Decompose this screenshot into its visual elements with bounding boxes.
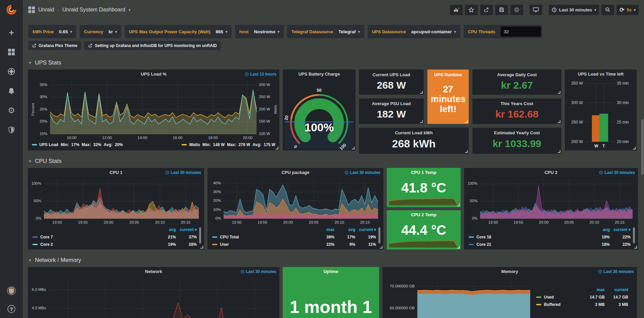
- variable-telegraf-datasource[interactable]: Telegraf Datasource Telegraf▾: [287, 25, 364, 38]
- refresh-button[interactable]: ⟳ 5s ▾: [616, 5, 639, 15]
- legend-series-name[interactable]: Core 2: [33, 242, 155, 247]
- stat-value: 268 W: [359, 78, 424, 95]
- breadcrumb-page[interactable]: Unraid System Dashboard: [62, 7, 125, 13]
- memory-graph[interactable]: 70.000000 GB60.000000 GB50.000000 GB: [384, 276, 535, 318]
- legend-scrollbar-thumb[interactable]: [199, 227, 201, 243]
- section-header-ups-stats[interactable]: ▼ UPS Stats: [23, 50, 644, 66]
- page-scrollbar-thumb[interactable]: [641, 119, 644, 175]
- panel-title[interactable]: UPS Load %: [28, 70, 279, 79]
- network-graph[interactable]: 6.0 MBs4.0 MBs2.0 MBs: [29, 276, 278, 318]
- y-axis-tick-label: 6.0 MBs: [29, 287, 46, 291]
- cpu1-graph[interactable]: 100%50%0%19:5019:5520:0020:0520:1020:15: [29, 177, 203, 226]
- chevron-down-icon: ▾: [226, 30, 227, 34]
- explore-compass-icon[interactable]: [7, 67, 16, 76]
- legend-sort-column[interactable]: avg: [589, 227, 610, 232]
- legend-scrollbar-thumb[interactable]: [633, 227, 635, 243]
- y-axis-right-tick-label: 300 W: [259, 83, 270, 87]
- panel-this-years-cost: This Years Cost kr 162.68: [472, 98, 561, 124]
- legend-value: 11%: [355, 242, 376, 247]
- panel-title[interactable]: Average Daily Cost: [472, 70, 561, 78]
- panel-title[interactable]: Estimated Yearly Cost: [472, 128, 561, 136]
- configuration-gear-icon[interactable]: ⚙: [7, 106, 16, 115]
- panel-estimated-yearly-cost: Estimated Yearly Cost kr 1033.99: [472, 128, 561, 154]
- dashboards-icon[interactable]: [7, 48, 16, 56]
- zoom-out-time-button[interactable]: [601, 5, 614, 15]
- panel-title[interactable]: Current UPS Load: [359, 70, 424, 78]
- link-grafana-plex-theme[interactable]: Grafana Plex Theme: [28, 41, 81, 50]
- panel-title[interactable]: This Years Cost: [472, 98, 561, 106]
- y-axis-tick-label: 30%: [209, 190, 221, 194]
- variable-ups-datasource[interactable]: UPS Datasource apcupsd-container▾: [368, 25, 460, 38]
- refresh-interval-label[interactable]: 5s: [627, 7, 632, 12]
- legend-sort-column[interactable]: avg: [334, 227, 355, 232]
- cpu2-legend: avgcurrent ▾Core 1818%22%Core 2118%22%: [464, 226, 638, 249]
- variable-host[interactable]: host Nostromo▾: [235, 25, 284, 38]
- panel-title[interactable]: Uptime: [283, 267, 379, 276]
- panel-title[interactable]: Average PSU Load: [359, 98, 424, 106]
- x-axis-tick-label: 19:55: [514, 220, 523, 224]
- legend-series-name[interactable]: Core 7: [33, 235, 155, 239]
- variable-ups-max-output[interactable]: UPS Max Output Power Capacity (Watt) 865…: [125, 25, 232, 38]
- x-axis-tick-label: 19:55: [78, 220, 88, 224]
- y-axis-tick-label: 30%: [29, 95, 47, 99]
- legend-series-name[interactable]: User: [212, 242, 314, 247]
- alerting-bell-icon[interactable]: [7, 87, 16, 95]
- panel-ups-runtime: UPS Runtime 27 minutes left!: [427, 70, 469, 124]
- legend-sort-column[interactable]: max: [314, 227, 334, 232]
- cpu-threads-input[interactable]: [501, 27, 541, 37]
- cycle-view-monitor-button[interactable]: [530, 5, 542, 15]
- variable-kwh-price[interactable]: kWh Price 0.65▾: [28, 25, 76, 38]
- panel-title[interactable]: UPS Runtime: [427, 70, 469, 78]
- legend-swatch: [469, 236, 474, 238]
- panel-title[interactable]: CPU 1 Temp: [387, 168, 461, 177]
- battery-gauge: 02050100100%: [284, 79, 354, 150]
- user-avatar[interactable]: [7, 286, 16, 295]
- legend-series-name[interactable]: UPS Load: [39, 142, 58, 147]
- legend-value: 14.7 GB: [605, 295, 628, 300]
- star-dashboard-button[interactable]: [465, 5, 478, 15]
- legend-sort-column[interactable]: current ▾: [610, 227, 631, 232]
- dashboard-settings-button[interactable]: ⚙: [510, 5, 523, 15]
- panel-title[interactable]: UPS Battery Charge: [283, 70, 356, 79]
- legend-value: 3 MB: [581, 302, 605, 307]
- legend-sort-column[interactable]: current ▾: [355, 227, 376, 232]
- section-header-network-memory[interactable]: ▼ Network / Memory: [23, 249, 644, 264]
- save-dashboard-button[interactable]: [495, 5, 508, 15]
- legend-series-name[interactable]: Used: [536, 295, 581, 300]
- add-panel-icon[interactable]: +: [7, 28, 16, 37]
- time-override-label: Last 30 minutes: [599, 170, 635, 175]
- panel-title[interactable]: UPS Load vs Time left: [565, 70, 637, 79]
- legend-series-name[interactable]: Watts: [189, 142, 200, 147]
- variable-cpu-threads: CPU Threads: [464, 25, 543, 38]
- link-grafana-influxdb-guide[interactable]: Setting up Grafana and InfluxDB for UPS …: [84, 41, 220, 50]
- legend-scrollbar-thumb[interactable]: [378, 227, 380, 243]
- variable-currency[interactable]: Currency kr▾: [80, 25, 121, 38]
- legend-sort-column[interactable]: current ▾: [176, 227, 197, 232]
- legend-sort-column[interactable]: avg: [155, 227, 176, 232]
- add-panel-button[interactable]: +: [450, 5, 463, 15]
- svg-text:?: ?: [10, 307, 12, 312]
- x-axis-tick-label: 10:00: [67, 136, 77, 140]
- breadcrumb-app[interactable]: Unraid: [38, 7, 54, 13]
- panel-title[interactable]: Current Load kWh: [359, 128, 469, 136]
- server-admin-shield-icon[interactable]: [7, 126, 16, 134]
- cpu-package-graph[interactable]: 40%30%20%10%0%19:5019:5520:0020:0520:102…: [209, 177, 382, 226]
- x-axis-tick-label: 20:00: [283, 220, 293, 224]
- legend-value: 21%: [155, 235, 176, 239]
- share-dashboard-button[interactable]: [480, 5, 493, 15]
- legend-series-name[interactable]: Buffered: [536, 302, 581, 307]
- breadcrumb-caret-icon[interactable]: ▾: [129, 8, 130, 12]
- panel-title[interactable]: CPU 2 Temp: [387, 210, 461, 219]
- stat-value: 1 month 1: [283, 297, 379, 317]
- time-range-picker[interactable]: Last 30 minutes ▾: [549, 5, 599, 15]
- panel-memory: Memory Last 30 minutes 70.000000 GB60.00…: [382, 267, 637, 318]
- cpu2-graph[interactable]: 100%50%0%19:5019:5520:0020:0520:1020:15: [465, 177, 637, 226]
- legend-series-name[interactable]: CPU Total: [212, 235, 314, 239]
- legend-sort-column[interactable]: current: [605, 287, 628, 292]
- ups-load-graph[interactable]: 35%30%25%20%15%300 W250 W200 W150 W100 W…: [29, 79, 278, 141]
- legend-series-name[interactable]: Core 21: [469, 242, 589, 247]
- legend-series-name[interactable]: Core 18: [469, 235, 589, 239]
- grafana-logo[interactable]: [4, 3, 18, 17]
- legend-sort-column[interactable]: max: [581, 287, 605, 292]
- help-icon[interactable]: ?: [7, 305, 16, 313]
